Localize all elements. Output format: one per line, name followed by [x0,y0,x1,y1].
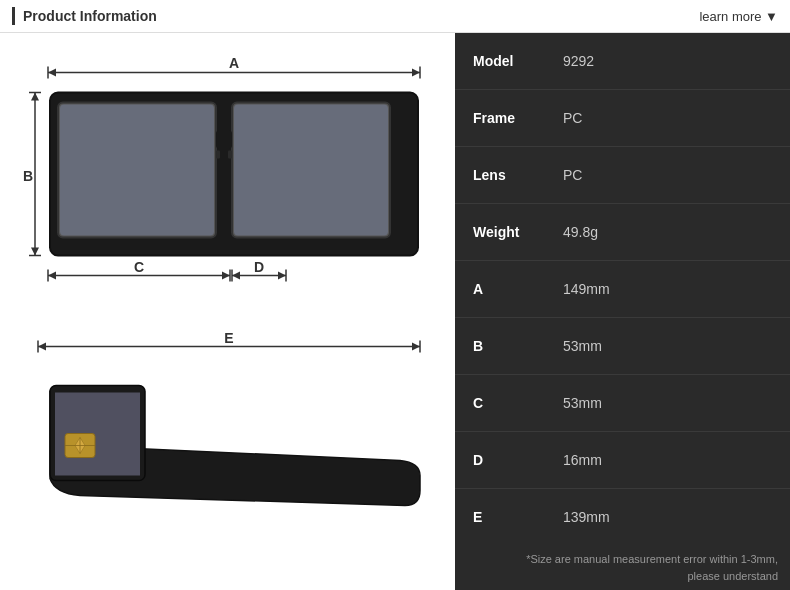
svg-rect-17 [216,131,232,149]
spec-label: E [455,489,545,546]
side-view-diagram: E [20,318,435,538]
front-view-diagram: A B [20,43,435,313]
svg-text:B: B [23,168,33,184]
svg-marker-28 [278,272,286,280]
spec-row: Weight 49.8g [455,203,790,260]
front-view-svg: A B [20,43,435,313]
spec-value: 16mm [545,431,790,488]
header-bar-decoration [12,7,15,25]
spec-row: C 53mm [455,374,790,431]
spec-value: 49.8g [545,203,790,260]
spec-label: B [455,317,545,374]
spec-label: Weight [455,203,545,260]
spec-row: A 149mm [455,260,790,317]
spec-value: PC [545,146,790,203]
spec-row: Model 9292 [455,33,790,89]
svg-text:C: C [134,259,144,275]
svg-marker-27 [232,272,240,280]
side-view-svg: E [20,318,435,538]
spec-label: C [455,374,545,431]
page-title: Product Information [23,8,157,24]
spec-value: 139mm [545,489,790,546]
specs-panel: Model 9292 Frame PC Lens PC Weight 49.8g… [455,33,790,590]
spec-value: 53mm [545,317,790,374]
spec-row: B 53mm [455,317,790,374]
svg-marker-22 [222,272,230,280]
page-header: Product Information learn more ▼ [0,0,790,33]
svg-rect-18 [216,151,220,159]
spec-value: 149mm [545,260,790,317]
svg-marker-33 [38,343,46,351]
svg-rect-19 [228,151,232,159]
main-content: A B [0,33,790,590]
spec-row: D 16mm [455,431,790,488]
svg-text:A: A [229,55,239,71]
spec-label: Lens [455,146,545,203]
svg-rect-14 [60,105,214,236]
svg-marker-21 [48,272,56,280]
svg-rect-16 [234,105,388,236]
learn-more-button[interactable]: learn more ▼ [699,9,778,24]
spec-value: 9292 [545,33,790,89]
svg-marker-8 [31,248,39,256]
spec-label: Model [455,33,545,89]
svg-text:D: D [254,259,264,275]
specs-table: Model 9292 Frame PC Lens PC Weight 49.8g… [455,33,790,545]
svg-marker-7 [31,93,39,101]
svg-marker-34 [412,343,420,351]
spec-row: Lens PC [455,146,790,203]
header-left: Product Information [12,7,157,25]
left-panel: A B [0,33,455,590]
spec-label: A [455,260,545,317]
svg-marker-1 [48,69,56,77]
spec-label: D [455,431,545,488]
spec-value: 53mm [545,374,790,431]
svg-marker-2 [412,69,420,77]
spec-row: Frame PC [455,89,790,146]
spec-row: E 139mm [455,489,790,546]
spec-value: PC [545,89,790,146]
spec-note: *Size are manual measurement error withi… [455,545,790,590]
svg-text:E: E [224,330,233,346]
spec-label: Frame [455,89,545,146]
